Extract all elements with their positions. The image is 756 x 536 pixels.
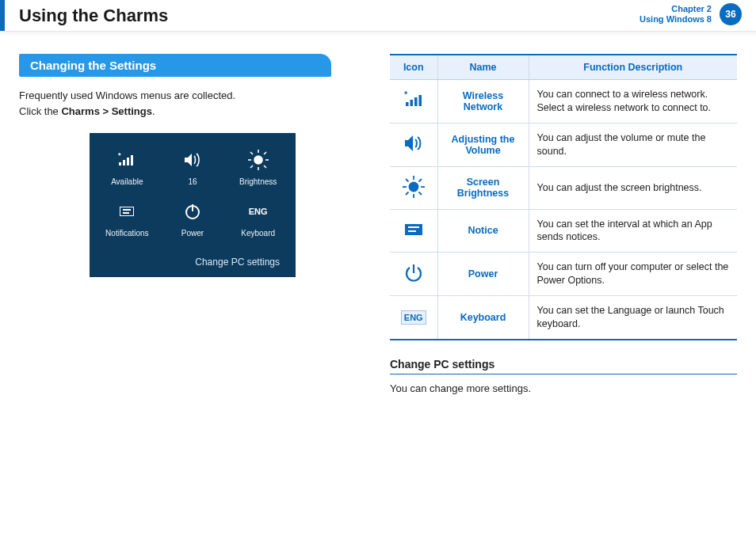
cell-icon: ENG	[390, 296, 437, 340]
keyboard-icon: ENG	[401, 310, 426, 325]
intro-text: Frequently used Windows menus are collec…	[19, 88, 366, 119]
panel-item-power: Power	[161, 199, 224, 238]
cell-icon	[390, 209, 437, 253]
table-header-row: Icon Name Function Description	[390, 55, 737, 80]
table-row: Adjusting the Volume You can adjust the …	[390, 123, 737, 166]
cell-desc: You can set the Language or launch Touch…	[529, 296, 737, 340]
svg-point-21	[409, 182, 418, 191]
table-header: Icon	[390, 55, 437, 80]
svg-line-28	[418, 179, 422, 182]
cell-desc: You can connect to a wireless network. S…	[529, 80, 737, 124]
subsection-heading: Change PC settings	[390, 358, 737, 374]
panel-label: Notifications	[105, 229, 148, 238]
wifi-icon: *	[113, 147, 141, 173]
page-title: Using the Charms	[19, 6, 168, 26]
cell-name: Power	[437, 253, 529, 296]
right-column: Icon Name Function Description * Wireles…	[390, 54, 737, 394]
panel-label: Available	[111, 177, 143, 186]
svg-line-13	[250, 165, 253, 168]
chapter-info: Chapter 2 Using Windows 8 36	[640, 3, 742, 25]
table-row: Notice You can set the interval at which…	[390, 209, 737, 253]
cell-name: Screen Brightness	[437, 166, 529, 209]
cell-icon	[390, 123, 437, 166]
volume-icon	[402, 133, 426, 154]
panel-row-1: * Available 16 Brightness	[94, 147, 291, 186]
page-header: Using the Charms Chapter 2 Using Windows…	[0, 0, 756, 32]
panel-item-keyboard: ENG Keyboard	[227, 199, 290, 238]
page-number-badge: 36	[720, 3, 742, 25]
settings-panel: * Available 16 Brightness	[90, 133, 296, 277]
intro-line1: Frequently used Windows menus are collec…	[19, 88, 366, 104]
table-row: ENG Keyboard You can set the Language or…	[390, 296, 737, 340]
svg-line-10	[250, 152, 253, 154]
svg-rect-2	[127, 158, 129, 165]
volume-icon	[178, 147, 207, 173]
subsection-body: You can change more settings.	[390, 382, 737, 394]
svg-line-12	[264, 152, 266, 154]
left-column: Changing the Settings Frequently used Wi…	[19, 54, 366, 394]
power-icon	[403, 263, 424, 283]
panel-item-available: * Available	[95, 147, 158, 186]
section-heading: Changing the Settings	[19, 54, 331, 77]
panel-item-volume: 16	[161, 147, 224, 186]
svg-rect-1	[123, 160, 125, 165]
wifi-icon: *	[403, 91, 425, 108]
panel-label: 16	[188, 177, 197, 186]
svg-text:*: *	[404, 91, 408, 99]
panel-item-notifications: Notifications	[95, 199, 158, 238]
intro-line2: Click the Charms > Settings.	[19, 104, 366, 120]
svg-rect-3	[131, 155, 133, 165]
chapter-line2: Using Windows 8	[640, 14, 712, 25]
table-header: Function Description	[529, 55, 737, 80]
brightness-icon	[244, 147, 273, 173]
svg-rect-0	[119, 162, 121, 165]
functions-table: Icon Name Function Description * Wireles…	[390, 54, 737, 340]
notice-icon	[405, 224, 422, 235]
panel-item-brightness: Brightness	[227, 147, 290, 186]
notifications-icon	[113, 199, 141, 224]
svg-point-5	[254, 156, 262, 164]
panel-label: Power	[181, 229, 204, 238]
cell-desc: You can set the interval at which an App…	[529, 209, 737, 253]
table-row: Power You can turn off your computer or …	[390, 253, 737, 296]
content-area: Changing the Settings Frequently used Wi…	[0, 32, 756, 394]
svg-line-11	[264, 165, 266, 168]
svg-line-27	[418, 192, 422, 195]
cell-desc: You can turn off your computer or select…	[529, 253, 737, 296]
chapter-text: Chapter 2 Using Windows 8	[640, 4, 712, 25]
table-row: Screen Brightness You can adjust the scr…	[390, 166, 737, 209]
cell-desc: You can adjust the screen brightness.	[529, 166, 737, 209]
brightness-icon	[402, 175, 426, 199]
cell-name: Wireless Network	[437, 80, 529, 124]
keyboard-icon: ENG	[244, 199, 273, 224]
panel-label: Brightness	[239, 177, 277, 186]
svg-rect-16	[406, 102, 409, 106]
power-icon	[178, 199, 207, 224]
cell-name: Keyboard	[437, 296, 529, 340]
svg-rect-17	[410, 100, 413, 106]
cell-desc: You can adjust the volume or mute the so…	[529, 123, 737, 166]
settings-panel-wrap: * Available 16 Brightness	[19, 133, 366, 277]
svg-line-29	[406, 192, 409, 195]
cell-icon	[390, 166, 437, 209]
chapter-line1: Chapter 2	[640, 4, 712, 14]
cell-icon: *	[390, 80, 437, 124]
svg-rect-18	[414, 97, 418, 106]
panel-label: Keyboard	[241, 229, 275, 238]
panel-footer-link: Change PC settings	[94, 250, 291, 269]
table-row: * Wireless Network You can connect to a …	[390, 80, 737, 124]
panel-row-2: Notifications Power ENG Keyboard	[94, 199, 291, 238]
cell-icon	[390, 253, 437, 296]
svg-rect-19	[418, 95, 422, 106]
cell-name: Notice	[437, 209, 529, 253]
svg-text:*: *	[118, 151, 121, 159]
cell-name: Adjusting the Volume	[437, 123, 529, 166]
table-header: Name	[437, 55, 529, 80]
svg-line-26	[406, 179, 409, 182]
